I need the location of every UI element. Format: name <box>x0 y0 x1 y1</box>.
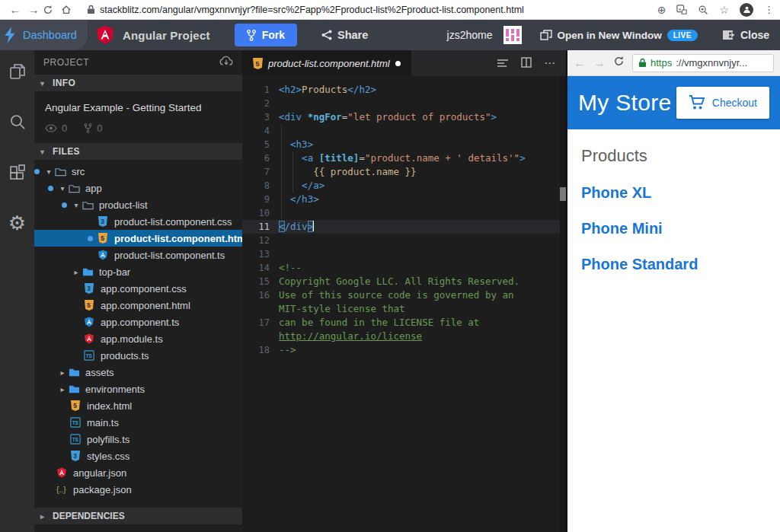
line-number: 12 <box>242 234 270 247</box>
settings-gear-icon[interactable]: ⚙ <box>8 213 26 233</box>
line-number: 18 <box>242 343 270 357</box>
product-link-phone-xl[interactable]: Phone XL <box>581 184 766 202</box>
tree-item-product-list.component.ts[interactable]: product-list.component.ts <box>34 247 242 263</box>
preview-reload-icon[interactable] <box>613 56 625 70</box>
fork-button[interactable]: Fork <box>235 24 297 46</box>
views-count: 0 <box>62 123 67 134</box>
editor-tab[interactable]: 5 product-list.component.html <box>242 50 411 76</box>
project-title: Angular Project <box>123 29 210 42</box>
search-icon[interactable] <box>8 113 27 134</box>
open-new-window-button[interactable]: Open in New Window LIVE <box>540 30 698 41</box>
files-icon[interactable] <box>8 62 27 84</box>
format-code-icon[interactable] <box>497 57 509 70</box>
menu-dots-icon[interactable]: ⋮ <box>764 4 774 15</box>
tree-item-label: app.component.css <box>101 283 187 295</box>
zoom-icon[interactable] <box>698 5 708 15</box>
svg-text:5: 5 <box>101 234 104 242</box>
share-icon <box>321 30 332 40</box>
tree-item-label: index.html <box>87 400 132 412</box>
tree-item-label: app <box>85 183 102 194</box>
tree-item-styles.css[interactable]: 3styles.css <box>34 448 242 464</box>
preview-back-icon[interactable]: ← <box>574 56 586 70</box>
bookmark-star-icon[interactable]: ☆ <box>719 4 729 16</box>
folder-open-icon <box>68 182 80 194</box>
blocks-extensions-icon[interactable] <box>8 163 27 184</box>
tree-item-angular.json[interactable]: angular.json <box>34 464 242 481</box>
svg-text:3: 3 <box>73 452 77 460</box>
activity-rail: ⚙ <box>0 50 34 532</box>
more-options-icon[interactable]: ⋯ <box>544 56 555 70</box>
ng-blue-icon <box>97 249 109 261</box>
profile-avatar-icon[interactable] <box>740 3 753 17</box>
tree-item-index.html[interactable]: 5index.html <box>34 397 242 414</box>
product-link-phone-standard[interactable]: Phone Standard <box>581 256 766 273</box>
checkout-button[interactable]: Checkout <box>676 87 769 119</box>
preview-toolbar: ← → https://vmgxnnvnjyr... <box>567 50 780 76</box>
scrollbar-handle[interactable] <box>560 187 566 201</box>
dependencies-header-label: DEPENDENCIES <box>53 511 125 521</box>
username[interactable]: jzs2home <box>447 29 493 41</box>
back-arrow-icon[interactable]: ← <box>6 3 24 16</box>
files-section-header[interactable]: ▾ FILES <box>34 143 242 160</box>
tree-item-main.ts[interactable]: TSmain.ts <box>34 414 242 431</box>
folder-icon <box>68 366 80 378</box>
line-number: 10 <box>242 206 270 220</box>
url-text: stackblitz.com/angular/vmgxnnvnjyr?file=… <box>100 5 524 15</box>
product-link-phone-mini[interactable]: Phone Mini <box>581 220 766 237</box>
code-editor: 5 product-list.component.html ⋯ 1<h2>Pro… <box>242 50 566 532</box>
code-line-9: 9 </h3> <box>242 193 566 206</box>
store-header: My Store Checkout <box>567 76 780 129</box>
preview-forward-icon[interactable]: → <box>593 56 606 70</box>
tree-item-environments[interactable]: ▸environments <box>34 381 242 397</box>
store-title: My Store <box>578 90 671 116</box>
code-content[interactable]: 1<h2>Products</h2>23<div *ngFor="let pro… <box>242 76 566 532</box>
main-area: ⚙ PROJECT ▾ INFO Angular Example - Getti… <box>0 50 780 532</box>
chevron-right-icon: ▸ <box>71 268 82 276</box>
line-number: 3 <box>242 110 270 124</box>
info-section-header[interactable]: ▾ INFO <box>34 75 242 91</box>
panel-title-row: PROJECT <box>34 50 242 75</box>
share-button[interactable]: Share <box>321 29 368 41</box>
address-bar[interactable]: stackblitz.com/angular/vmgxnnvnjyr?file=… <box>87 5 651 15</box>
tree-item-top-bar[interactable]: ▸top-bar <box>34 263 242 280</box>
svg-text:3: 3 <box>101 218 104 225</box>
download-project-icon[interactable] <box>219 56 233 69</box>
editor-scrollbar[interactable] <box>560 76 566 532</box>
tree-item-product-list.component.html[interactable]: 5product-list.component.html <box>34 230 242 247</box>
fork-count-icon <box>84 123 92 133</box>
folder-icon <box>68 383 80 395</box>
close-button[interactable]: Close <box>722 29 769 41</box>
code-line-3: 3<div *ngFor="let product of products"> <box>242 110 566 124</box>
tree-item-products.ts[interactable]: TSproducts.ts <box>34 347 242 364</box>
preview-address-bar[interactable]: https://vmgxnnvnjyr... <box>632 54 774 72</box>
target-icon[interactable]: ⊕ <box>657 4 667 16</box>
tree-item-src[interactable]: ▾src <box>34 163 242 180</box>
tree-item-app[interactable]: ▾app <box>34 180 242 196</box>
tree-item-app.component.css[interactable]: 3app.component.css <box>34 280 242 297</box>
line-number <box>242 302 270 316</box>
translate-icon[interactable]: a <box>676 5 687 15</box>
tree-item-app.module.ts[interactable]: app.module.ts <box>34 330 242 347</box>
tree-item-product-list[interactable]: ▾product-list <box>34 196 242 213</box>
tree-item-polyfills.ts[interactable]: TSpolyfills.ts <box>34 431 242 448</box>
html5-file-icon: 5 <box>253 58 263 69</box>
dashboard-pill[interactable]: Dashboard <box>0 20 88 50</box>
modified-dot-icon <box>62 202 67 208</box>
tree-item-assets[interactable]: ▸assets <box>34 364 242 381</box>
tree-item-package.json[interactable]: {..}package.json <box>34 481 242 498</box>
tree-item-app.component.html[interactable]: 5app.component.html <box>34 297 242 314</box>
dashboard-link[interactable]: Dashboard <box>23 29 77 41</box>
tree-item-app.component.ts[interactable]: app.component.ts <box>34 314 242 330</box>
code-line-6: 6 <a [title]="product.name + ' details'"… <box>242 151 566 165</box>
dependencies-section-header[interactable]: ▸ DEPENDENCIES <box>34 508 242 524</box>
split-editor-icon[interactable] <box>521 57 532 70</box>
svg-text:TS: TS <box>86 353 93 358</box>
fork-button-label: Fork <box>262 29 285 41</box>
reload-icon[interactable] <box>43 5 61 15</box>
unsaved-dot-icon[interactable] <box>395 61 401 66</box>
forward-arrow-icon[interactable]: → <box>24 3 43 16</box>
tree-item-product-list.component.css[interactable]: 3product-list.component.css <box>34 213 242 230</box>
home-icon[interactable] <box>61 5 79 15</box>
user-identicon-avatar[interactable] <box>503 26 522 44</box>
line-number: 11 <box>242 220 270 234</box>
